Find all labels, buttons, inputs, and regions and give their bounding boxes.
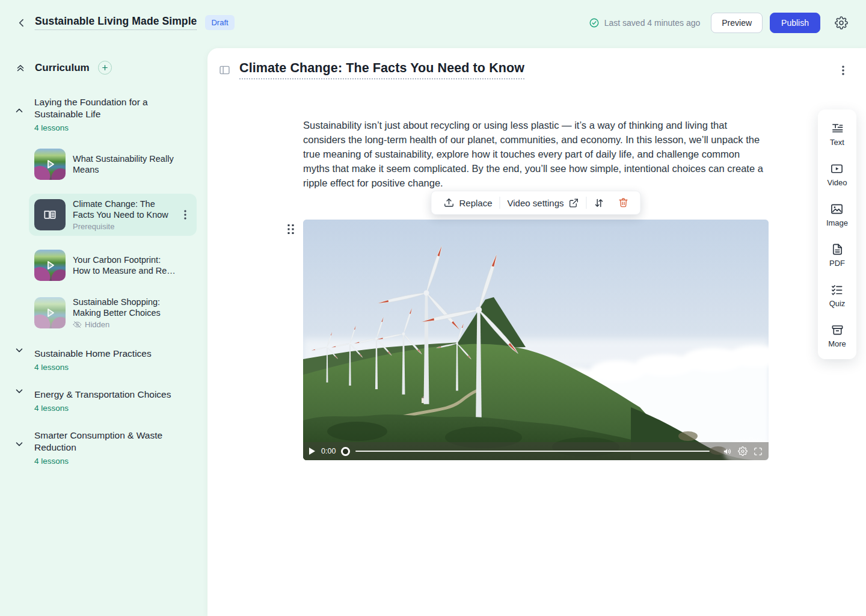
kebab-icon — [838, 64, 852, 76]
lesson-page-title[interactable]: Climate Change: The Facts You Need to Kn… — [239, 61, 524, 79]
tool-more[interactable]: More — [828, 323, 846, 348]
video-block: Replace Video settings — [303, 220, 769, 460]
settings-gear-button[interactable] — [832, 14, 850, 32]
back-chevron-icon — [16, 17, 28, 29]
lesson-video-thumbnail — [34, 297, 66, 328]
curriculum-section: Sustainable Home Practices 4 lessons — [14, 348, 207, 372]
player-settings-button[interactable] — [738, 446, 748, 456]
tool-label: Text — [830, 138, 844, 147]
course-title[interactable]: Sustainable Living Made Simple — [35, 15, 197, 30]
progress-track[interactable] — [355, 451, 710, 452]
lesson-item-video[interactable]: Your Carbon Footprint: How to Measure an… — [29, 248, 197, 283]
section-lesson-count: 4 lessons — [34, 123, 207, 132]
curriculum-header: Curriculum — [14, 61, 207, 75]
text-icon — [831, 122, 844, 135]
section-title: Sustainable Home Practices — [34, 348, 177, 360]
tool-label: Quiz — [829, 299, 846, 308]
image-icon — [830, 202, 844, 216]
play-icon — [34, 149, 66, 180]
curriculum-title: Curriculum — [35, 62, 90, 74]
lesson-options-button[interactable] — [838, 63, 852, 78]
section-title: Energy & Transportation Choices — [34, 389, 177, 401]
last-saved-text: Last saved 4 minutes ago — [604, 18, 701, 28]
lesson-title: Your Carbon Footprint: How to Measure an… — [73, 254, 179, 276]
volume-button[interactable] — [722, 446, 732, 457]
external-link-icon — [569, 198, 579, 208]
lesson-reading-thumbnail — [34, 199, 66, 230]
gear-icon — [835, 16, 848, 29]
video-thumbnail-scene — [303, 220, 769, 460]
section-header[interactable]: Energy & Transportation Choices 4 lesson… — [14, 389, 207, 413]
section-header[interactable]: Sustainable Home Practices 4 lessons — [14, 348, 207, 372]
quiz-icon — [830, 283, 844, 297]
chevron-down-icon[interactable] — [13, 344, 25, 356]
lesson-title: What Sustainability Really Means — [73, 153, 179, 175]
tool-text[interactable]: Text — [830, 122, 844, 147]
eye-off-icon — [73, 320, 82, 329]
open-book-icon — [42, 207, 58, 223]
tool-quiz[interactable]: Quiz — [829, 283, 846, 308]
back-button[interactable] — [13, 14, 30, 31]
video-controls-bar: 0:00 — [303, 442, 769, 460]
hidden-label: Hidden — [85, 320, 109, 329]
pdf-icon — [831, 242, 844, 256]
publish-button[interactable]: Publish — [770, 13, 820, 33]
play-icon — [34, 297, 66, 328]
course-editor: Sustainable Living Made Simple Draft Las… — [0, 0, 866, 616]
chevron-down-icon[interactable] — [13, 438, 25, 450]
lesson-item-video-hidden[interactable]: Sustainable Shopping: Making Better Choi… — [29, 295, 197, 331]
section-title: Smarter Consumption & Waste Reduction — [34, 430, 177, 454]
lesson-editor-card: Climate Change: The Facts You Need to Kn… — [207, 48, 866, 616]
tool-image[interactable]: Image — [826, 202, 848, 227]
add-curriculum-button[interactable] — [98, 61, 112, 75]
section-header[interactable]: Laying the Foundation for a Sustainable … — [14, 96, 207, 132]
preview-button[interactable]: Preview — [711, 13, 763, 33]
tool-label: Video — [827, 178, 847, 187]
section-header[interactable]: Smarter Consumption & Waste Reduction 4 … — [14, 430, 207, 466]
upload-icon — [443, 197, 454, 208]
check-circle-icon — [589, 17, 600, 28]
replace-video-button[interactable]: Replace — [436, 191, 499, 214]
chevron-up-icon[interactable] — [13, 105, 25, 117]
fullscreen-button[interactable] — [753, 446, 763, 457]
lesson-prerequisite-label: Prerequisite — [73, 222, 179, 231]
video-player[interactable]: 0:00 — [303, 220, 769, 460]
section-lesson-count: 4 lessons — [34, 457, 207, 466]
video-icon — [830, 162, 844, 176]
kebab-icon — [180, 209, 191, 220]
block-drag-handle[interactable] — [287, 223, 295, 236]
tool-label: More — [828, 339, 846, 348]
play-icon — [34, 250, 66, 281]
move-block-button[interactable] — [587, 191, 612, 214]
more-icon — [831, 323, 844, 337]
status-badge: Draft — [205, 15, 234, 30]
lesson-item-reading-selected[interactable]: Climate Change: The Facts You Need to Kn… — [29, 194, 197, 236]
swap-arrows-icon — [594, 197, 605, 209]
current-time: 0:00 — [321, 447, 336, 455]
panel-left-icon — [218, 64, 231, 76]
lesson-title: Climate Change: The Facts You Need to Kn… — [73, 199, 179, 220]
play-button[interactable] — [309, 447, 316, 455]
lesson-hidden-status: Hidden — [73, 320, 179, 329]
chevron-down-icon[interactable] — [13, 385, 25, 397]
lesson-menu-button[interactable] — [180, 208, 191, 221]
tool-pdf[interactable]: PDF — [829, 242, 845, 268]
lesson-content: Sustainability isn’t just about recyclin… — [303, 118, 769, 460]
lesson-item-video[interactable]: What Sustainability Really Means — [29, 147, 197, 182]
lesson-video-thumbnail — [34, 250, 66, 281]
lesson-title: Sustainable Shopping: Making Better Choi… — [73, 297, 179, 318]
section-lesson-count: 4 lessons — [34, 404, 207, 413]
lesson-video-thumbnail — [34, 149, 66, 180]
lesson-list: What Sustainability Really Means Climate… — [29, 147, 207, 331]
plus-icon — [101, 64, 109, 72]
scrubber-handle[interactable] — [341, 447, 350, 456]
last-saved-status: Last saved 4 minutes ago — [589, 17, 701, 28]
collapse-all-button[interactable] — [14, 62, 26, 74]
panel-toggle-button[interactable] — [217, 63, 232, 78]
curriculum-section: Energy & Transportation Choices 4 lesson… — [14, 389, 207, 413]
tool-video[interactable]: Video — [827, 162, 847, 187]
lesson-intro-paragraph[interactable]: Sustainability isn’t just about recyclin… — [303, 118, 769, 190]
trash-icon — [618, 197, 629, 208]
video-settings-button[interactable]: Video settings — [500, 191, 586, 214]
delete-block-button[interactable] — [612, 191, 636, 214]
